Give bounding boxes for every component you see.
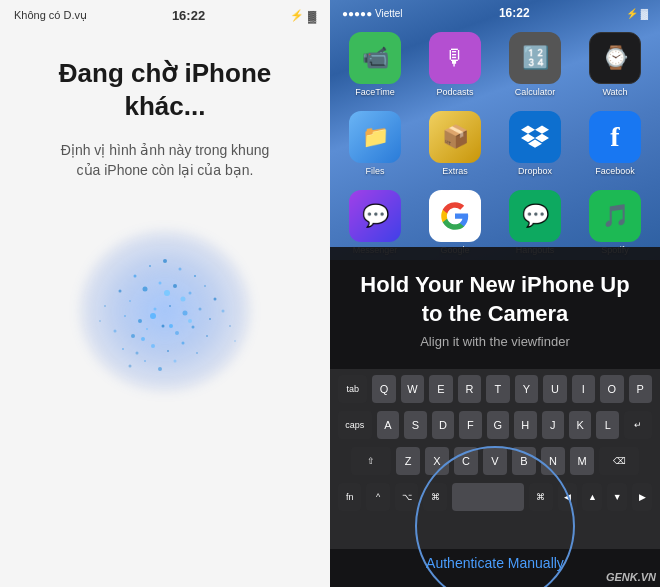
watch-icon: ⌚ [589,32,641,84]
key-k[interactable]: K [569,411,591,439]
calculator-label: Calculator [515,87,556,97]
svg-point-10 [189,291,192,294]
key-e[interactable]: E [429,375,452,403]
key-d[interactable]: D [432,411,454,439]
key-alt: ⌥ [395,483,418,511]
key-j[interactable]: J [542,411,564,439]
key-u[interactable]: U [543,375,566,403]
key-s[interactable]: S [404,411,426,439]
key-h[interactable]: H [514,411,536,439]
svg-point-39 [229,325,231,327]
time-display: 16:22 [172,8,205,23]
key-a[interactable]: A [377,411,399,439]
svg-point-13 [124,315,126,317]
app-google[interactable]: Google [422,190,488,255]
waiting-subtitle: Định vị hình ảnh này trong khungcủa iPho… [51,140,279,181]
waiting-title: Đang chờ iPhonekhác... [59,57,271,122]
app-spotify[interactable]: 🎵 Spotify [582,190,648,255]
key-n[interactable]: N [541,447,565,475]
particle-animation [75,221,255,401]
status-icons: ⚡ ▓ [290,9,316,22]
svg-point-6 [129,300,131,302]
key-v[interactable]: V [483,447,507,475]
app-calculator[interactable]: 🔢 Calculator [502,32,568,97]
app-hangouts[interactable]: 💬 Hangouts [502,190,568,255]
app-facebook[interactable]: f Facebook [582,111,648,176]
key-i[interactable]: I [572,375,595,403]
key-z[interactable]: Z [396,447,420,475]
keyboard-row-2: caps A S D F G H J K L ↵ [330,407,660,443]
svg-point-21 [131,334,135,338]
key-m[interactable]: M [570,447,594,475]
svg-point-36 [174,359,177,362]
app-watch[interactable]: ⌚ Watch [582,32,648,97]
home-status-bar: ●●●●● Viettel 16:22 ⚡ ▓ [330,0,660,24]
keyboard-viewfinder-area: tab Q W E R T Y U I O P caps A S D [330,369,660,587]
svg-point-26 [206,335,208,337]
app-grid: 📹 FaceTime 🎙 Podcasts 🔢 Calculator ⌚ Wat… [330,24,660,263]
key-l[interactable]: L [596,411,618,439]
calculator-icon: 🔢 [509,32,561,84]
key-arrow-d[interactable]: ▼ [607,483,627,511]
key-o[interactable]: O [600,375,623,403]
key-space[interactable] [452,483,524,511]
extras-icon: 📦 [429,111,481,163]
key-g[interactable]: G [487,411,509,439]
bluetooth-icon: ⚡ [290,9,304,22]
facetime-label: FaceTime [355,87,395,97]
svg-point-42 [164,290,170,296]
app-facetime[interactable]: 📹 FaceTime [342,32,408,97]
svg-point-4 [194,275,196,277]
svg-point-29 [151,344,155,348]
key-t[interactable]: T [486,375,509,403]
app-messenger[interactable]: 💬 Messenger [342,190,408,255]
extras-label: Extras [442,166,468,176]
key-c[interactable]: C [454,447,478,475]
key-x[interactable]: X [425,447,449,475]
svg-point-17 [183,310,188,315]
svg-point-23 [162,324,165,327]
authenticate-manually-link[interactable]: Authenticate Manually [330,555,660,571]
svg-point-7 [143,286,148,291]
keyboard-row-4: fn ^ ⌥ ⌘ ⌘ ◀ ▲ ▼ ▶ [330,479,660,515]
svg-point-38 [222,309,225,312]
key-ctrl: ^ [366,483,389,511]
left-panel: Không có D.vụ 16:22 ⚡ ▓ Đang chờ iPhonek… [0,0,330,587]
svg-point-44 [181,296,186,301]
hangouts-icon: 💬 [509,190,561,242]
key-f[interactable]: F [459,411,481,439]
key-p[interactable]: P [629,375,652,403]
key-cmd2: ⌘ [529,483,552,511]
key-r[interactable]: R [458,375,481,403]
svg-point-20 [114,329,117,332]
app-files[interactable]: 📁 Files [342,111,408,176]
svg-point-9 [173,284,177,288]
home-carrier: ●●●●● Viettel [342,8,403,19]
key-y[interactable]: Y [515,375,538,403]
key-backspace[interactable]: ⌫ [599,447,639,475]
left-status-bar: Không có D.vụ 16:22 ⚡ ▓ [0,0,330,27]
key-arrow-r[interactable]: ▶ [632,483,652,511]
app-dropbox[interactable]: Dropbox [502,111,568,176]
app-podcasts[interactable]: 🎙 Podcasts [422,32,488,97]
key-arrow-l[interactable]: ◀ [558,483,578,511]
podcasts-icon: 🎙 [429,32,481,84]
key-enter[interactable]: ↵ [624,411,652,439]
svg-point-33 [129,364,132,367]
files-icon: 📁 [349,111,401,163]
dropbox-label: Dropbox [518,166,552,176]
files-label: Files [365,166,384,176]
key-b[interactable]: B [512,447,536,475]
key-q[interactable]: Q [372,375,395,403]
key-arrow-u[interactable]: ▲ [582,483,602,511]
battery-icon: ▓ [308,10,316,22]
keyboard-row-3: ⇧ Z X C V B N M ⌫ [330,443,660,479]
app-extras[interactable]: 📦 Extras [422,111,488,176]
key-w[interactable]: W [401,375,424,403]
svg-point-2 [163,259,167,263]
facebook-icon: f [589,111,641,163]
messenger-icon: 💬 [349,190,401,242]
spotify-icon: 🎵 [589,190,641,242]
svg-point-30 [167,350,169,352]
svg-point-1 [149,265,151,267]
